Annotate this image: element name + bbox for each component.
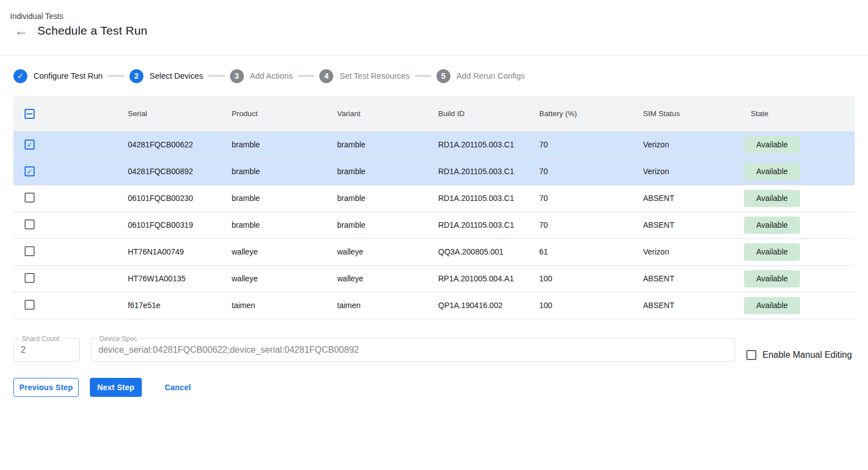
table-header-row: SerialProductVariantBuild IDBattery (%)S…	[13, 96, 855, 131]
step-label: Select Devices	[150, 71, 203, 80]
stepper-connector	[298, 75, 314, 77]
device-row[interactable]: 06101FQCB00319bramblebrambleRD1A.201105.…	[13, 212, 855, 238]
cell-battery: 70	[539, 158, 643, 185]
cell-state: Available	[751, 238, 855, 265]
cell-variant: walleye	[337, 265, 438, 292]
cell-product: bramble	[232, 185, 337, 212]
cell-variant: bramble	[337, 158, 438, 185]
row-checkbox[interactable]	[25, 273, 35, 283]
cell-battery: 100	[539, 265, 643, 292]
cell-state: Available	[751, 158, 855, 185]
breadcrumb: Individual Tests	[10, 12, 63, 21]
device-table: SerialProductVariantBuild IDBattery (%)S…	[13, 96, 855, 319]
select-all-checkbox[interactable]	[25, 109, 35, 119]
cell-sim-status: Verizon	[643, 131, 751, 158]
cell-sim-status: ABSENT	[643, 265, 751, 292]
cell-build-id: RD1A.201105.003.C1	[438, 131, 539, 158]
cell-battery: 70	[539, 185, 643, 212]
device-row[interactable]: HT76W1A00135walleyewalleyeRP1A.201005.00…	[13, 265, 855, 292]
shard-count-label: Shard Count	[19, 335, 62, 343]
cell-build-id: QQ3A.200805.001	[438, 238, 539, 265]
stepper-step-configure-test-run[interactable]: ✓Configure Test Run	[13, 69, 103, 83]
state-badge: Available	[744, 136, 800, 154]
device-row[interactable]: 06101FQCB00230bramblebrambleRD1A.201105.…	[13, 185, 855, 212]
cell-serial: 04281FQCB00892	[128, 158, 232, 185]
enable-manual-editing-label: Enable Manual Editing	[763, 350, 852, 360]
page-title: Schedule a Test Run	[37, 24, 147, 37]
step-label: Set Test Resources	[339, 71, 409, 80]
cell-variant: bramble	[337, 185, 438, 212]
state-badge: Available	[744, 243, 800, 261]
state-badge: Available	[744, 163, 800, 180]
step-number: 4	[319, 69, 333, 83]
cell-build-id: QP1A.190416.002	[438, 292, 539, 319]
shard-count-field[interactable]: Shard Count 2	[13, 338, 80, 362]
stepper-step-select-devices[interactable]: 2Select Devices	[130, 69, 203, 83]
row-checkbox[interactable]: ✓	[25, 140, 35, 150]
device-row[interactable]: HT76N1A00749walleyewalleyeQQ3A.200805.00…	[13, 238, 855, 265]
row-checkbox[interactable]	[25, 246, 35, 256]
device-spec-field[interactable]: Device Spec device_serial:04281FQCB00622…	[91, 338, 735, 362]
cell-build-id: RD1A.201105.003.C1	[438, 158, 539, 185]
step-number: 3	[230, 69, 244, 83]
state-badge: Available	[744, 270, 800, 287]
cell-state: Available	[751, 131, 855, 158]
header-divider	[0, 55, 868, 56]
column-header-battery: Battery (%)	[539, 96, 643, 131]
action-buttons: Previous Step Next Step Cancel	[13, 378, 194, 397]
cell-product: walleye	[232, 265, 337, 292]
column-header-variant: Variant	[337, 96, 438, 131]
column-header-sim-status: SIM Status	[643, 96, 751, 131]
row-checkbox[interactable]	[25, 193, 35, 203]
state-badge: Available	[744, 217, 800, 234]
stepper-connector	[108, 75, 124, 77]
state-badge: Available	[744, 190, 800, 207]
cell-sim-status: Verizon	[643, 158, 751, 185]
cell-sim-status: ABSENT	[643, 292, 751, 319]
stepper-step-set-test-resources[interactable]: 4Set Test Resources	[319, 69, 409, 83]
check-icon: ✓	[13, 69, 27, 83]
step-number: 2	[130, 69, 143, 83]
cell-serial: 04281FQCB00622	[128, 131, 232, 158]
cell-product: bramble	[232, 212, 337, 238]
device-row[interactable]: ✓04281FQCB00622bramblebrambleRD1A.201105…	[13, 131, 855, 158]
state-badge: Available	[744, 297, 800, 314]
row-checkbox-cell: ✓	[13, 131, 128, 158]
row-checkbox[interactable]	[25, 219, 35, 229]
column-header-serial: Serial	[128, 96, 232, 131]
device-spec-label: Device Spec	[97, 335, 140, 343]
cell-serial: HT76W1A00135	[128, 265, 232, 292]
title-row: ← Schedule a Test Run	[15, 24, 147, 37]
device-row[interactable]: ✓04281FQCB00892bramblebrambleRD1A.201105…	[13, 158, 855, 185]
row-checkbox-cell	[13, 238, 128, 265]
cell-sim-status: ABSENT	[643, 212, 751, 238]
enable-manual-editing-checkbox[interactable]	[746, 350, 756, 360]
indeterminate-dash-icon	[27, 113, 32, 114]
cell-state: Available	[751, 292, 855, 319]
row-checkbox[interactable]	[25, 300, 35, 310]
next-step-button[interactable]: Next Step	[90, 378, 142, 397]
cell-variant: bramble	[337, 131, 438, 158]
cell-sim-status: ABSENT	[643, 185, 751, 212]
cell-state: Available	[751, 185, 855, 212]
row-checkbox-cell	[13, 185, 128, 212]
stepper-step-add-rerun-configs[interactable]: 5Add Rerun Configs	[437, 69, 525, 83]
step-label: Add Actions	[250, 71, 293, 80]
cell-serial: 06101FQCB00319	[128, 212, 232, 238]
cell-product: taimen	[232, 292, 337, 319]
stepper-connector	[415, 75, 431, 77]
row-checkbox-cell: ✓	[13, 158, 128, 185]
row-checkbox-cell	[13, 212, 128, 238]
device-row[interactable]: f617e51etaimentaimenQP1A.190416.002100AB…	[13, 292, 855, 319]
cancel-button[interactable]: Cancel	[161, 378, 194, 397]
column-header-state: State	[751, 96, 855, 131]
row-checkbox[interactable]: ✓	[25, 166, 35, 176]
enable-manual-editing[interactable]: Enable Manual Editing	[746, 350, 852, 360]
back-arrow-icon[interactable]: ←	[15, 24, 28, 37]
previous-step-button[interactable]: Previous Step	[13, 378, 79, 397]
cell-build-id: RD1A.201105.003.C1	[438, 185, 539, 212]
device-spec-value[interactable]: device_serial:04281FQCB00622;device_seri…	[92, 339, 735, 361]
stepper-step-add-actions[interactable]: 3Add Actions	[230, 69, 293, 83]
cell-battery: 70	[539, 212, 643, 238]
cell-battery: 70	[539, 131, 643, 158]
